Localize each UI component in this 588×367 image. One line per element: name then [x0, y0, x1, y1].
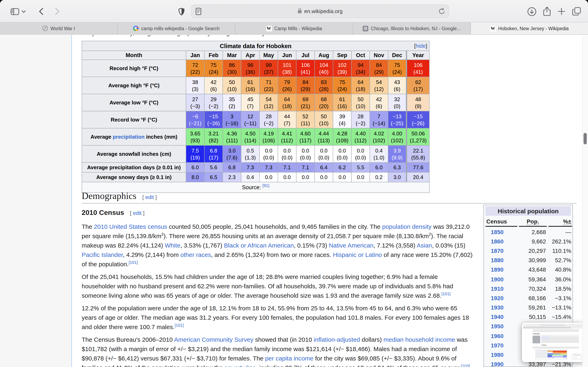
wiki-link[interactable]: poverty line: [225, 364, 256, 367]
wiki-link[interactable]: Pacific Islander: [82, 251, 123, 258]
month-col-jun: Jun: [278, 51, 296, 60]
reader-view-icon[interactable]: [196, 8, 201, 17]
wiki-link[interactable]: inflation-adjusted: [314, 336, 360, 343]
climate-row-label: Average precipitation days (≥ 0.01 in): [82, 162, 186, 172]
tab-google-maps[interactable]: G Chicago, Illinois to Hoboken, NJ - Goo…: [353, 22, 471, 34]
wiki-link[interactable]: White: [165, 242, 181, 249]
climate-cell: 79 (26): [278, 77, 296, 94]
climate-cell: 7.1: [296, 162, 315, 172]
forward-button[interactable]: [52, 6, 63, 17]
wiki-link[interactable]: other races: [181, 251, 211, 258]
reference-link[interactable]: [101]: [174, 323, 184, 327]
wiki-link[interactable]: Native American: [329, 242, 373, 249]
wiki-link[interactable]: American Community Survey: [174, 336, 253, 343]
month-col-aug: Aug: [315, 51, 333, 60]
census-year-link[interactable]: 1960: [491, 333, 503, 339]
wiki-link[interactable]: population density: [382, 223, 432, 230]
pct-column-header: %±: [548, 217, 572, 227]
wiki-link[interactable]: median household income: [383, 336, 455, 343]
tab-world-war-i[interactable]: World War I: [0, 22, 118, 34]
climate-cell: 64 (18): [278, 94, 296, 111]
climate-row-label: Record high °F (°C): [82, 60, 186, 77]
browser-toolbar: en.wikipedia.org: [0, 0, 588, 22]
census-year-link[interactable]: 1870: [491, 248, 503, 254]
sidebar-toggle-icon[interactable]: [9, 6, 20, 17]
wiki-link[interactable]: per capita income: [265, 355, 313, 362]
screenshot-preview-thumbnail[interactable]: Geography Climate: [522, 323, 584, 362]
edit-link[interactable]: edit: [133, 210, 141, 216]
wiki-link[interactable]: Asian: [417, 242, 432, 249]
census-year-link[interactable]: 1910: [491, 285, 503, 292]
scrollbar-track[interactable]: [582, 35, 588, 367]
climate-cell: 0.2: [370, 172, 388, 182]
climate-cell: 0.5 (1.3): [241, 145, 259, 162]
reference-link[interactable]: [101]: [441, 292, 450, 296]
climate-cell: 42 (6): [204, 77, 223, 94]
climate-cell: 4.44 (113): [315, 128, 333, 145]
edit-link[interactable]: edit: [145, 194, 154, 200]
tab-camp-mills[interactable]: W Camp Mills - Wikipedia: [235, 22, 353, 34]
population-row: 191070,32418.5%: [485, 284, 571, 293]
mini-geography-heading: Geography: [533, 333, 540, 335]
census-year-link[interactable]: 1940: [491, 314, 503, 320]
climate-cell: 6.2: [333, 162, 351, 172]
tab-overview-button[interactable]: [571, 6, 582, 17]
climate-cell: 4.19 (106): [259, 128, 278, 145]
climate-cell: 43 (6): [388, 77, 406, 94]
census-year-link[interactable]: 1990: [491, 361, 503, 367]
reference-link[interactable]: [101]: [129, 260, 138, 265]
climate-cell: −6 (−21): [186, 111, 204, 128]
reference-link[interactable]: [103]: [461, 364, 470, 367]
address-bar[interactable]: en.wikipedia.org: [191, 4, 449, 18]
climate-cell: 61 (16): [333, 94, 351, 111]
google-favicon-icon: [133, 25, 139, 31]
population-row: 187020,297110.1%: [485, 246, 571, 256]
month-col-apr: Apr: [241, 51, 259, 60]
screen: en.wikipedia.org World: [0, 0, 588, 367]
climate-cell: 8.0: [186, 172, 204, 182]
census-year-link[interactable]: 1860: [491, 238, 503, 245]
census-year-link[interactable]: 1980: [491, 351, 503, 358]
scrollbar-thumb[interactable]: [584, 133, 587, 144]
census-year-link[interactable]: 1850: [491, 229, 503, 235]
climate-cell: 0.0 (0.0): [351, 145, 370, 162]
wiki-link[interactable]: 2010 United States census: [94, 223, 167, 230]
subsection-title: 2010 Census: [82, 209, 124, 217]
climate-cell: 32 (0): [388, 94, 406, 111]
census-year-link[interactable]: 1950: [491, 323, 503, 330]
downloads-button[interactable]: [526, 6, 537, 17]
census-year-link[interactable]: 1970: [491, 342, 503, 349]
wiki-link[interactable]: Hispanic or Latino: [333, 251, 382, 258]
new-tab-button[interactable]: [556, 6, 567, 17]
climate-cell: 0.0: [315, 172, 333, 182]
climate-cell: 77.6: [406, 162, 429, 172]
climate-cell: 0.0 (0.0): [333, 145, 351, 162]
census-year-link[interactable]: 1930: [491, 304, 503, 311]
tab-hoboken-active[interactable]: W Hoboken, New Jersey - Wikipedia: [471, 22, 588, 34]
population-row: 18502,668—: [485, 227, 571, 236]
privacy-shield-icon[interactable]: [176, 6, 187, 17]
url-text: en.wikipedia.org: [304, 8, 343, 14]
wiki-link[interactable]: Black or African American: [224, 242, 294, 249]
climate-cell: 61 (16): [241, 77, 259, 94]
hide-toggle[interactable]: [hide]: [414, 43, 427, 49]
sidebar-chevron-icon[interactable]: [20, 6, 27, 17]
reload-icon[interactable]: [439, 8, 445, 17]
climate-cell: 75 (24): [388, 60, 406, 77]
body-paragraph: The Census Bureau's 2006–2010 American C…: [82, 335, 473, 367]
climate-cell: 0.4 (1.0): [370, 145, 388, 162]
census-year-link[interactable]: 1920: [491, 295, 503, 301]
census-year-link[interactable]: 1880: [491, 257, 503, 263]
reference-link[interactable]: [91]: [263, 183, 269, 188]
population-row: 188030,99952.7%: [485, 256, 571, 265]
climate-cell: 3.65 (93): [186, 128, 204, 145]
share-button[interactable]: [541, 6, 553, 17]
back-button[interactable]: [35, 6, 47, 17]
wiki-link[interactable]: precipitation: [113, 134, 145, 140]
census-year-link[interactable]: 1900: [491, 276, 503, 282]
climate-cell: 7.3: [259, 162, 278, 172]
superscript: 2: [429, 232, 431, 236]
climate-cell: 106 (41): [406, 60, 429, 77]
census-year-link[interactable]: 1890: [491, 267, 503, 273]
tab-google-search[interactable]: camp mills wikipedia - Google Search: [118, 22, 235, 34]
